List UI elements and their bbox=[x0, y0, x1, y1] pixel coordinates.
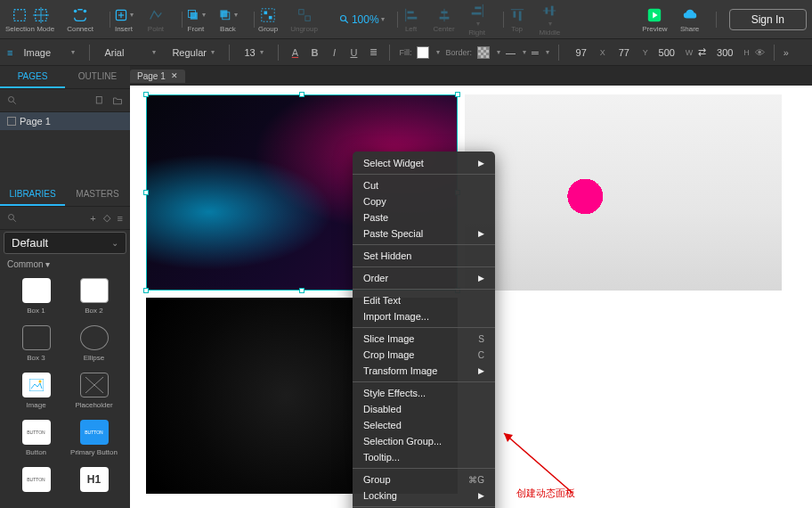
ctx-paste[interactable]: Paste bbox=[353, 209, 495, 225]
svg-rect-39 bbox=[96, 96, 102, 103]
close-icon[interactable]: ✕ bbox=[171, 71, 178, 80]
ctx-select-widget[interactable]: Select Widget▶ bbox=[353, 155, 495, 171]
back-icon: ▾ bbox=[218, 6, 238, 24]
line-style-icon[interactable]: ═ bbox=[532, 47, 539, 58]
lib-toolbar: + ◇ ≡ bbox=[0, 207, 130, 230]
selection-mode-label: Selection Mode bbox=[5, 25, 54, 33]
ctx-copy[interactable]: Copy bbox=[353, 193, 495, 209]
h-input[interactable] bbox=[711, 47, 738, 58]
page-item[interactable]: Page 1 bbox=[0, 112, 130, 130]
bold-icon[interactable]: B bbox=[307, 47, 321, 58]
paragraph-icon[interactable]: ≡ bbox=[7, 47, 12, 58]
back-tool[interactable]: ▾ Back bbox=[218, 6, 238, 33]
bullets-icon[interactable]: ≣ bbox=[366, 46, 380, 58]
svg-rect-25 bbox=[439, 16, 449, 19]
tab-page1[interactable]: Page 1✕ bbox=[130, 70, 185, 83]
lib-box2[interactable]: Box 2 bbox=[69, 278, 119, 315]
lib-box3[interactable]: Box 3 bbox=[11, 325, 61, 362]
connect-icon bbox=[70, 6, 90, 24]
search-icon[interactable] bbox=[7, 95, 18, 106]
svg-point-18 bbox=[340, 15, 345, 20]
library-select[interactable]: Default⌄ bbox=[4, 232, 126, 254]
group-tool[interactable]: Group bbox=[258, 6, 278, 33]
preview-tool[interactable]: Preview bbox=[642, 6, 667, 33]
font-select[interactable]: Arial▾ bbox=[99, 45, 161, 60]
search-icon[interactable] bbox=[7, 213, 18, 224]
w-input[interactable] bbox=[654, 47, 680, 58]
svg-rect-28 bbox=[471, 12, 481, 15]
insert-icon: ▾ bbox=[114, 6, 134, 24]
front-tool[interactable]: ▾ Front bbox=[186, 6, 206, 33]
add-page-icon[interactable] bbox=[94, 95, 105, 106]
lib-link[interactable]: BUTTON bbox=[11, 467, 61, 496]
share-tool[interactable]: Share bbox=[680, 6, 700, 33]
ctx-locking[interactable]: Locking▶ bbox=[353, 488, 495, 504]
svg-rect-13 bbox=[262, 8, 274, 20]
ctx-slice-image[interactable]: Slice ImageS bbox=[353, 331, 495, 347]
size-select[interactable]: 13▾ bbox=[239, 45, 269, 60]
align-left-tool: Left bbox=[402, 6, 421, 33]
ctx-style-effects[interactable]: Style Effects... bbox=[353, 385, 495, 401]
svg-line-19 bbox=[345, 20, 348, 22]
zoom-selector[interactable]: 100%▾ bbox=[339, 13, 385, 26]
ctx-crop-image[interactable]: Crop ImageC bbox=[353, 347, 495, 363]
underline-icon[interactable]: U bbox=[346, 47, 361, 58]
tab-masters[interactable]: MASTERS bbox=[65, 184, 130, 206]
y-input[interactable] bbox=[611, 47, 637, 58]
visibility-icon[interactable]: 👁 bbox=[755, 47, 765, 58]
border-swatch[interactable] bbox=[477, 46, 490, 59]
tag-icon[interactable]: ◇ bbox=[103, 212, 110, 224]
widget-type-select[interactable]: Image▾ bbox=[18, 45, 80, 60]
ctx-edit-text[interactable]: Edit Text bbox=[353, 292, 495, 308]
lock-aspect-icon[interactable]: ⇄ bbox=[698, 46, 706, 58]
insert-tool[interactable]: ▾ Insert bbox=[114, 6, 134, 33]
context-menu: Select Widget▶ Cut Copy Paste Paste Spec… bbox=[353, 152, 495, 508]
svg-rect-31 bbox=[518, 11, 521, 20]
ctx-transform-image[interactable]: Transform Image▶ bbox=[353, 363, 495, 379]
lib-button[interactable]: BUTTONButton bbox=[11, 420, 61, 456]
front-icon: ▾ bbox=[186, 6, 206, 24]
tab-libraries[interactable]: LIBRARIES bbox=[0, 184, 65, 206]
select-single-icon bbox=[10, 6, 29, 24]
ctx-tooltip[interactable]: Tooltip... bbox=[353, 449, 495, 465]
image-widget-2[interactable] bbox=[465, 94, 782, 291]
ctx-selected[interactable]: Selected bbox=[353, 417, 495, 433]
ctx-selection-group[interactable]: Selection Group... bbox=[353, 433, 495, 449]
left-panel: PAGES OUTLINE Page 1 LIBRARIES MASTERS +… bbox=[0, 66, 130, 508]
ctx-order[interactable]: Order▶ bbox=[353, 270, 495, 286]
signin-button[interactable]: Sign In bbox=[729, 9, 807, 30]
fill-swatch[interactable] bbox=[417, 46, 429, 59]
lib-category[interactable]: Common ▾ bbox=[0, 256, 130, 273]
ctx-disabled[interactable]: Disabled bbox=[353, 401, 495, 417]
ctx-group[interactable]: Group⌘G bbox=[353, 471, 495, 488]
line-width-icon[interactable]: — bbox=[506, 47, 516, 58]
ctx-paste-special[interactable]: Paste Special▶ bbox=[353, 225, 495, 242]
lib-primary-button[interactable]: BUTTONPrimary Button bbox=[69, 420, 119, 456]
x-input[interactable] bbox=[568, 47, 595, 58]
tab-pages[interactable]: PAGES bbox=[0, 66, 65, 88]
more-icon[interactable]: » bbox=[784, 47, 789, 58]
tab-outline[interactable]: OUTLINE bbox=[65, 66, 130, 88]
svg-point-5 bbox=[84, 9, 87, 12]
add-icon[interactable]: + bbox=[90, 213, 95, 224]
svg-rect-0 bbox=[13, 9, 25, 20]
ctx-set-hidden[interactable]: Set Hidden bbox=[353, 248, 495, 264]
lib-h1[interactable]: H1 bbox=[69, 467, 119, 496]
weight-select[interactable]: Regular▾ bbox=[166, 45, 220, 60]
lib-box1[interactable]: Box 1 bbox=[11, 278, 61, 315]
text-color-icon[interactable]: A bbox=[288, 47, 302, 58]
italic-icon[interactable]: I bbox=[327, 47, 341, 58]
ctx-cut[interactable]: Cut bbox=[353, 177, 495, 193]
svg-rect-14 bbox=[264, 11, 268, 14]
lib-ellipse[interactable]: Ellipse bbox=[69, 325, 119, 362]
add-folder-icon[interactable] bbox=[112, 95, 123, 106]
lib-placeholder[interactable]: Placeholder bbox=[69, 373, 119, 409]
lib-image[interactable]: Image bbox=[11, 373, 61, 409]
svg-rect-42 bbox=[29, 379, 44, 391]
selection-mode-tool[interactable]: Selection Mode bbox=[5, 6, 54, 33]
svg-rect-16 bbox=[298, 9, 303, 13]
connect-tool[interactable]: Connect bbox=[67, 6, 93, 33]
ctx-import-image[interactable]: Import Image... bbox=[353, 308, 495, 324]
menu-icon[interactable]: ≡ bbox=[118, 213, 123, 224]
align-right-tool: ▾Right bbox=[467, 2, 487, 37]
